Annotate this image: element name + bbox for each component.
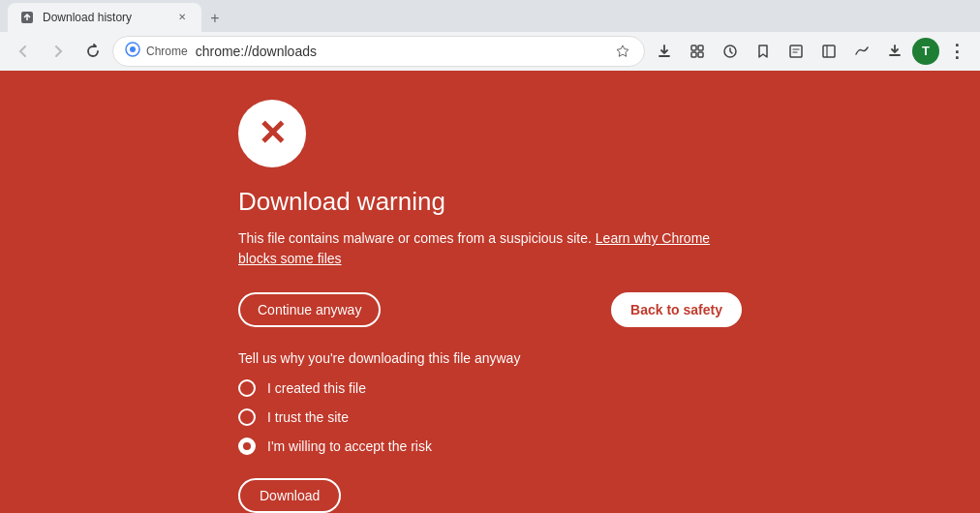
- continue-anyway-button[interactable]: Continue anyway: [238, 292, 381, 327]
- bookmarks-icon[interactable]: [748, 36, 779, 67]
- radio-circle-2[interactable]: [238, 438, 256, 455]
- radio-group: I created this file I trust the site I'm…: [238, 379, 742, 455]
- svg-rect-5: [691, 52, 696, 57]
- reading-list-icon[interactable]: [781, 36, 812, 67]
- svg-rect-6: [698, 52, 703, 57]
- tab-favicon: [19, 10, 35, 25]
- more-menu-button[interactable]: ⋮: [941, 36, 972, 67]
- download-button[interactable]: Download: [238, 478, 341, 513]
- radio-circle-1[interactable]: [238, 408, 256, 426]
- chrome-logo: [125, 42, 140, 60]
- radio-item-1[interactable]: I trust the site: [238, 408, 742, 426]
- address-bar[interactable]: Chrome chrome://downloads: [112, 36, 645, 67]
- warning-description: This file contains malware or comes from…: [238, 228, 742, 269]
- new-tab-button[interactable]: +: [201, 5, 229, 32]
- svg-rect-8: [790, 45, 802, 57]
- profile-button[interactable]: T: [912, 38, 939, 65]
- downloads-icon[interactable]: [649, 36, 680, 67]
- back-button[interactable]: [8, 36, 39, 67]
- warning-icon-wrapper: ✕: [238, 100, 306, 167]
- radio-label-0: I created this file: [267, 380, 366, 396]
- svg-rect-4: [698, 45, 703, 50]
- warning-x-icon: ✕: [258, 113, 287, 154]
- back-to-safety-button[interactable]: Back to safety: [611, 292, 742, 327]
- star-icon[interactable]: [613, 42, 632, 61]
- browser-frame: Download history ✕ + Chrome chrome://dow…: [0, 0, 980, 513]
- warning-desc-text: This file contains malware or comes from…: [238, 230, 592, 246]
- warning-card: ✕ Download warning This file contains ma…: [199, 100, 781, 513]
- toolbar-right: T ⋮: [649, 36, 972, 67]
- warning-title: Download warning: [238, 187, 742, 217]
- forward-button[interactable]: [43, 36, 74, 67]
- tab-bar: Download history ✕ +: [0, 0, 980, 32]
- chrome-label: Chrome: [146, 45, 188, 58]
- performance-icon[interactable]: [846, 36, 877, 67]
- svg-rect-9: [823, 45, 835, 57]
- url-display: chrome://downloads: [196, 44, 607, 59]
- active-tab[interactable]: Download history ✕: [8, 3, 201, 32]
- history-icon[interactable]: [715, 36, 746, 67]
- page-content: ✕ Download warning This file contains ma…: [0, 71, 980, 513]
- tell-us-label: Tell us why you're downloading this file…: [238, 350, 742, 366]
- extensions-icon[interactable]: [682, 36, 713, 67]
- svg-rect-3: [691, 45, 696, 50]
- radio-item-2[interactable]: I'm willing to accept the risk: [238, 438, 742, 455]
- radio-item-0[interactable]: I created this file: [238, 379, 742, 397]
- download-toolbar-icon[interactable]: [879, 36, 910, 67]
- svg-point-2: [130, 46, 136, 52]
- sidebar-icon[interactable]: [813, 36, 844, 67]
- tab-close-btn[interactable]: ✕: [174, 10, 190, 25]
- toolbar: Chrome chrome://downloads: [0, 32, 980, 71]
- radio-circle-0[interactable]: [238, 379, 256, 397]
- radio-label-2: I'm willing to accept the risk: [267, 438, 432, 454]
- primary-button-row: Continue anyway Back to safety: [238, 292, 742, 327]
- radio-label-1: I trust the site: [267, 409, 349, 425]
- tab-title: Download history: [43, 11, 167, 24]
- refresh-button[interactable]: [77, 36, 108, 67]
